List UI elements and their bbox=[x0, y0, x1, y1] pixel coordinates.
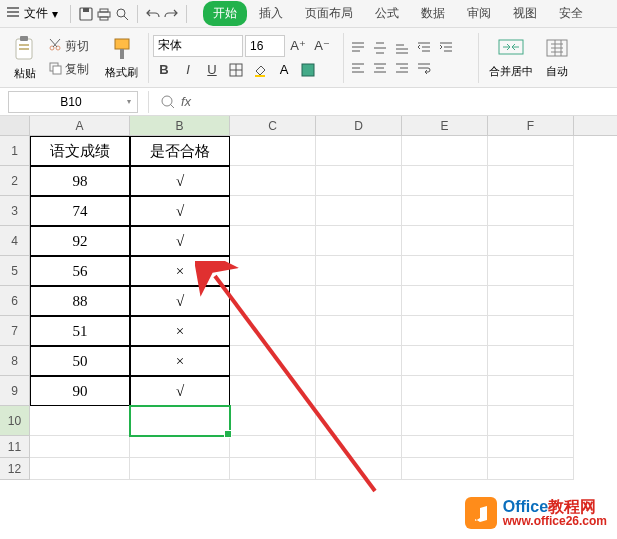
undo-icon[interactable] bbox=[144, 5, 162, 23]
cell[interactable] bbox=[316, 166, 402, 196]
cell[interactable] bbox=[402, 406, 488, 436]
select-all-corner[interactable] bbox=[0, 116, 30, 135]
cell[interactable] bbox=[402, 316, 488, 346]
cell[interactable] bbox=[316, 436, 402, 458]
merge-center-button[interactable]: 合并居中 bbox=[483, 34, 539, 81]
bold-button[interactable]: B bbox=[153, 59, 175, 81]
cell[interactable] bbox=[316, 406, 402, 436]
cell[interactable] bbox=[316, 346, 402, 376]
name-box[interactable]: B10 ▾ bbox=[8, 91, 138, 113]
indent-decrease-icon[interactable] bbox=[414, 39, 434, 57]
cell[interactable] bbox=[488, 406, 574, 436]
font-size-select[interactable] bbox=[245, 35, 285, 57]
cell-B7[interactable]: × bbox=[130, 316, 230, 346]
cell[interactable] bbox=[488, 316, 574, 346]
cell[interactable] bbox=[402, 346, 488, 376]
file-menu[interactable]: 文件 ▾ bbox=[6, 5, 58, 22]
indent-increase-icon[interactable] bbox=[436, 39, 456, 57]
cell[interactable] bbox=[488, 286, 574, 316]
increase-font-icon[interactable]: A⁺ bbox=[287, 35, 309, 57]
cell[interactable] bbox=[402, 286, 488, 316]
cell-B1[interactable]: 是否合格 bbox=[130, 136, 230, 166]
cell[interactable] bbox=[402, 458, 488, 480]
row-header-5[interactable]: 5 bbox=[0, 256, 30, 286]
cell-A8[interactable]: 50 bbox=[30, 346, 130, 376]
underline-button[interactable]: U bbox=[201, 59, 223, 81]
row-header-1[interactable]: 1 bbox=[0, 136, 30, 166]
cell[interactable] bbox=[230, 458, 316, 480]
cell[interactable] bbox=[230, 316, 316, 346]
cell[interactable] bbox=[402, 196, 488, 226]
row-header-11[interactable]: 11 bbox=[0, 436, 30, 458]
align-middle-icon[interactable] bbox=[370, 39, 390, 57]
tab-formulas[interactable]: 公式 bbox=[365, 1, 409, 26]
cell-A7[interactable]: 51 bbox=[30, 316, 130, 346]
copy-button[interactable]: 复制 bbox=[44, 59, 93, 80]
wrap-text-icon[interactable] bbox=[414, 59, 434, 77]
font-name-select[interactable] bbox=[153, 35, 243, 57]
cell[interactable] bbox=[402, 256, 488, 286]
cell-B3[interactable]: √ bbox=[130, 196, 230, 226]
tab-page-layout[interactable]: 页面布局 bbox=[295, 1, 363, 26]
paste-button[interactable]: 粘贴 bbox=[6, 32, 44, 83]
cell[interactable] bbox=[402, 376, 488, 406]
cell[interactable] bbox=[230, 286, 316, 316]
tab-view[interactable]: 视图 bbox=[503, 1, 547, 26]
cell-A5[interactable]: 56 bbox=[30, 256, 130, 286]
cell[interactable] bbox=[230, 166, 316, 196]
col-header-B[interactable]: B bbox=[130, 116, 230, 135]
align-top-icon[interactable] bbox=[348, 39, 368, 57]
cell[interactable] bbox=[316, 196, 402, 226]
cell[interactable] bbox=[402, 166, 488, 196]
cell-B6[interactable]: √ bbox=[130, 286, 230, 316]
col-header-A[interactable]: A bbox=[30, 116, 130, 135]
format-painter-button[interactable]: 格式刷 bbox=[99, 33, 144, 82]
cell[interactable] bbox=[488, 226, 574, 256]
cell[interactable] bbox=[316, 316, 402, 346]
cell[interactable] bbox=[230, 226, 316, 256]
row-header-12[interactable]: 12 bbox=[0, 458, 30, 480]
cell-style-button[interactable] bbox=[297, 59, 319, 81]
cell-B9[interactable]: √ bbox=[130, 376, 230, 406]
cell-A1[interactable]: 语文成绩 bbox=[30, 136, 130, 166]
cell[interactable] bbox=[316, 226, 402, 256]
col-header-D[interactable]: D bbox=[316, 116, 402, 135]
cell-A9[interactable]: 90 bbox=[30, 376, 130, 406]
align-left-icon[interactable] bbox=[348, 59, 368, 77]
cell-B10-selected[interactable] bbox=[130, 406, 230, 436]
cell[interactable] bbox=[230, 376, 316, 406]
cell[interactable] bbox=[488, 166, 574, 196]
cell[interactable] bbox=[316, 376, 402, 406]
cell-A3[interactable]: 74 bbox=[30, 196, 130, 226]
row-header-4[interactable]: 4 bbox=[0, 226, 30, 256]
tab-review[interactable]: 审阅 bbox=[457, 1, 501, 26]
save-icon[interactable] bbox=[77, 5, 95, 23]
cell[interactable] bbox=[488, 346, 574, 376]
row-header-6[interactable]: 6 bbox=[0, 286, 30, 316]
cell[interactable] bbox=[230, 256, 316, 286]
cell[interactable] bbox=[230, 346, 316, 376]
cell[interactable] bbox=[488, 376, 574, 406]
cell[interactable] bbox=[130, 458, 230, 480]
cell-D1[interactable] bbox=[316, 136, 402, 166]
cell-A4[interactable]: 92 bbox=[30, 226, 130, 256]
cell-F1[interactable] bbox=[488, 136, 574, 166]
cell-E1[interactable] bbox=[402, 136, 488, 166]
fill-color-button[interactable] bbox=[249, 59, 271, 81]
tab-start[interactable]: 开始 bbox=[203, 1, 247, 26]
border-button[interactable] bbox=[225, 59, 247, 81]
cell-C1[interactable] bbox=[230, 136, 316, 166]
cell-B2[interactable]: √ bbox=[130, 166, 230, 196]
cell[interactable] bbox=[316, 458, 402, 480]
cell-A6[interactable]: 88 bbox=[30, 286, 130, 316]
row-header-9[interactable]: 9 bbox=[0, 376, 30, 406]
cell[interactable] bbox=[488, 458, 574, 480]
cell[interactable] bbox=[30, 436, 130, 458]
align-right-icon[interactable] bbox=[392, 59, 412, 77]
print-icon[interactable] bbox=[95, 5, 113, 23]
cancel-icon[interactable] bbox=[159, 93, 177, 111]
cell[interactable] bbox=[402, 226, 488, 256]
col-header-F[interactable]: F bbox=[488, 116, 574, 135]
font-color-button[interactable]: A bbox=[273, 59, 295, 81]
row-header-8[interactable]: 8 bbox=[0, 346, 30, 376]
